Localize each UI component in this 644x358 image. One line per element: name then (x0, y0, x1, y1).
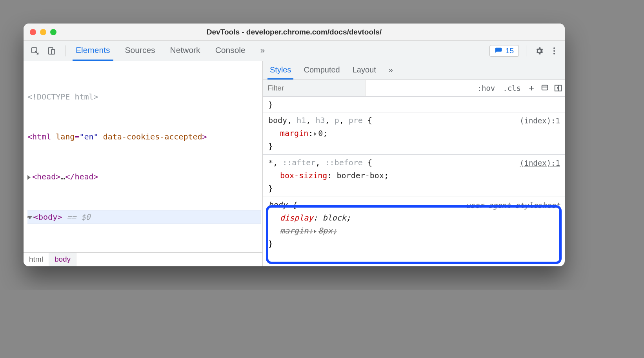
toolbar-divider (526, 45, 526, 56)
svg-point-5 (553, 53, 555, 54)
tab-sources[interactable]: Sources (122, 41, 158, 61)
svg-point-4 (553, 50, 555, 52)
dom-tree[interactable]: <!DOCTYPE html> <html lang="en" data-coo… (24, 61, 262, 252)
main-toolbar: Elements Sources Network Console » 15 (24, 41, 565, 61)
rule-source-label: user agent stylesheet (466, 199, 560, 212)
styles-more-tabs-icon[interactable]: » (386, 61, 395, 80)
styles-panel: Styles Computed Layout » :hov .cls } (i (263, 61, 565, 266)
close-window-button[interactable] (30, 29, 36, 35)
window-title: DevTools - developer.chrome.com/docs/dev… (24, 28, 565, 36)
minimize-window-button[interactable] (40, 29, 46, 35)
user-agent-style-rule[interactable]: user agent stylesheet body { display: bl… (263, 197, 565, 252)
style-rule[interactable]: } (263, 96, 565, 112)
rule-source-link[interactable]: (index):1 (520, 157, 560, 169)
style-rule[interactable]: (index):1 *, ::after, ::before { box-siz… (263, 155, 565, 197)
style-rules: } (index):1 body, h1, h3, p, pre { margi… (263, 96, 565, 266)
more-options-icon[interactable] (548, 45, 560, 57)
devtools-window: DevTools - developer.chrome.com/docs/dev… (24, 24, 565, 266)
titlebar: DevTools - developer.chrome.com/docs/dev… (24, 24, 565, 41)
expand-shorthand-icon[interactable] (314, 132, 317, 136)
computed-view-icon[interactable] (551, 84, 565, 92)
styles-tab-computed[interactable]: Computed (301, 61, 342, 80)
crumb-body[interactable]: body (49, 253, 76, 266)
issues-badge[interactable]: 15 (489, 45, 519, 57)
maximize-window-button[interactable] (50, 29, 56, 35)
svg-point-3 (553, 47, 555, 49)
new-style-rule-icon[interactable] (525, 84, 538, 92)
inspect-element-icon[interactable] (28, 44, 42, 58)
dom-head[interactable]: <head>…</head> (27, 170, 261, 183)
rule-source-link[interactable]: (index):1 (520, 115, 560, 127)
svg-rect-6 (542, 85, 548, 90)
main-tabs: Elements Sources Network Console » (73, 41, 268, 61)
tab-console[interactable]: Console (212, 41, 249, 61)
dom-doctype: <!DOCTYPE html> (27, 92, 98, 101)
tab-network[interactable]: Network (167, 41, 204, 61)
styles-tabs: Styles Computed Layout » (263, 61, 565, 80)
panes: <!DOCTYPE html> <html lang="en" data-coo… (24, 61, 565, 266)
toolbar-divider (65, 45, 65, 56)
expand-shorthand-icon[interactable] (314, 230, 317, 233)
svg-rect-2 (51, 49, 55, 54)
settings-icon[interactable] (533, 45, 545, 57)
elements-panel: <!DOCTYPE html> <html lang="en" data-coo… (24, 61, 263, 266)
styles-filter-input[interactable] (263, 80, 366, 96)
styles-tab-styles[interactable]: Styles (267, 61, 293, 80)
traffic-lights (30, 29, 56, 35)
more-tabs-icon[interactable]: » (257, 41, 268, 61)
dom-body-selected[interactable]: <body> == $0 (27, 210, 261, 224)
style-rule[interactable]: (index):1 body, h1, h3, p, pre { margin:… (263, 112, 565, 155)
styles-tab-layout[interactable]: Layout (350, 61, 378, 80)
dom-html-open[interactable]: <html lang="en" data-cookies-accepted> (27, 130, 261, 143)
paint-bucket-icon[interactable] (538, 84, 551, 92)
hover-toggle-button[interactable]: :hov (473, 84, 499, 92)
tab-elements[interactable]: Elements (73, 41, 113, 61)
class-toggle-button[interactable]: .cls (499, 84, 525, 92)
breadcrumbs: html body (24, 252, 262, 266)
issues-count: 15 (506, 47, 514, 55)
styles-filter-bar: :hov .cls (263, 80, 565, 96)
device-emulation-icon[interactable] (45, 44, 58, 58)
crumb-html[interactable]: html (24, 253, 49, 266)
